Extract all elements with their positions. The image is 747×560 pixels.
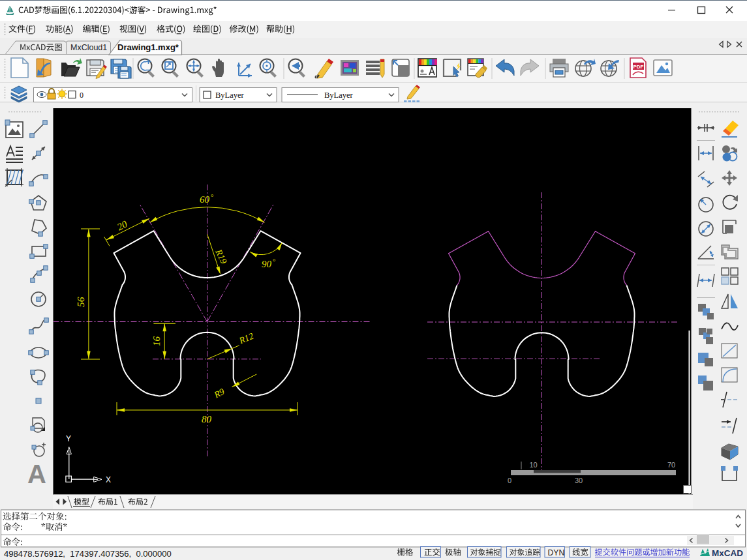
svg-text:MxCAD: MxCAD xyxy=(712,548,743,558)
svg-text:30: 30 xyxy=(575,477,583,484)
svg-text:°: ° xyxy=(211,193,213,201)
svg-text:X: X xyxy=(106,475,111,484)
svg-text:°: ° xyxy=(273,258,275,265)
svg-text:ByLayer: ByLayer xyxy=(215,91,245,100)
svg-text:10: 10 xyxy=(530,461,538,469)
svg-text:Drawing1.mxg*: Drawing1.mxg* xyxy=(117,42,179,52)
svg-text:80: 80 xyxy=(202,414,212,424)
svg-text:90: 90 xyxy=(262,259,272,269)
svg-text:0: 0 xyxy=(508,477,511,484)
svg-text:PDF: PDF xyxy=(633,64,644,70)
svg-text:70: 70 xyxy=(667,461,675,469)
svg-text:16: 16 xyxy=(151,336,162,347)
svg-text:ByLayer: ByLayer xyxy=(324,91,354,100)
svg-text:498478.576912, 174397.407356,: 498478.576912, 174397.407356, 0.000000 xyxy=(4,549,172,559)
svg-text:DYN: DYN xyxy=(548,548,565,557)
svg-text:A: A xyxy=(27,460,46,488)
svg-text:0: 0 xyxy=(80,91,84,100)
svg-text:56: 56 xyxy=(75,297,86,307)
svg-text:Y: Y xyxy=(66,434,71,443)
svg-text:60: 60 xyxy=(200,194,210,205)
svg-text:MxCloud1: MxCloud1 xyxy=(70,43,107,52)
